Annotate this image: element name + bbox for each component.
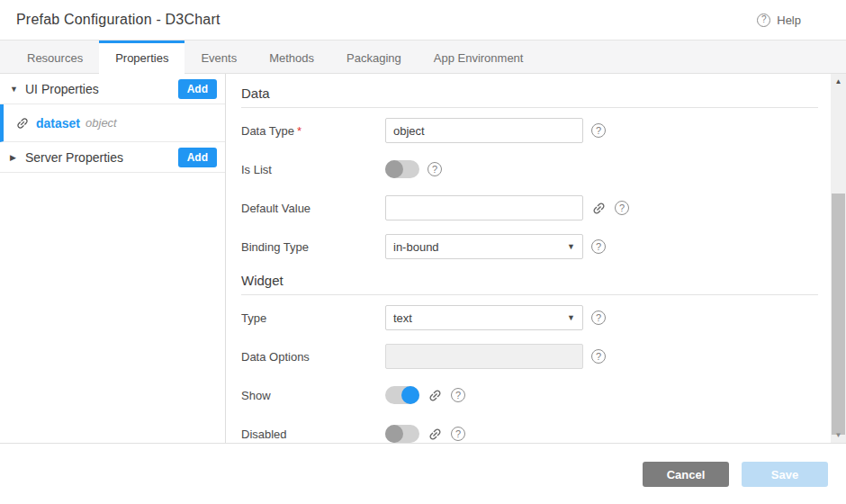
default-value-label: Default Value (241, 202, 385, 215)
help-label: Help (777, 14, 801, 27)
tab-app-environment[interactable]: App Environment (418, 40, 540, 73)
dialog-footer: Cancel Save (0, 443, 846, 504)
show-toggle[interactable] (385, 386, 419, 404)
property-name: dataset (36, 116, 80, 130)
server-properties-group-header[interactable]: ▶ Server Properties Add (0, 142, 225, 173)
tab-bar: Resources Properties Events Methods Pack… (0, 40, 846, 74)
toggle-knob (385, 160, 403, 178)
question-icon: ? (615, 201, 629, 215)
tab-packaging[interactable]: Packaging (330, 40, 418, 73)
save-button[interactable]: Save (742, 462, 828, 487)
cancel-button[interactable]: Cancel (643, 462, 729, 487)
disabled-help-icon[interactable]: ? (451, 427, 465, 441)
scrollbar-thumb[interactable] (832, 194, 845, 435)
property-item-dataset[interactable]: dataset object (0, 104, 225, 142)
tab-events[interactable]: Events (184, 40, 253, 73)
help-button[interactable]: ? Help (757, 14, 801, 27)
default-value-bind-icon[interactable] (588, 197, 609, 219)
show-label: Show (241, 389, 385, 402)
field-row-widget-type: Type text ▼ ? (241, 305, 818, 330)
binding-type-value: in-bound (393, 240, 439, 254)
field-row-data-type: Data Type* ? (241, 118, 818, 143)
field-row-default-value: Default Value ? (241, 195, 818, 220)
binding-type-label: Binding Type (241, 240, 385, 254)
field-row-is-list: Is List ? (241, 157, 818, 182)
help-question-icon: ? (757, 14, 770, 27)
question-icon: ? (428, 162, 442, 176)
bind-link-icon (13, 112, 33, 133)
tab-properties[interactable]: Properties (99, 40, 184, 73)
scroll-down-icon[interactable]: ▼ (831, 430, 846, 441)
toggle-knob (401, 386, 419, 404)
is-list-label: Is List (241, 163, 385, 176)
server-properties-label: Server Properties (25, 150, 123, 165)
property-type: object (86, 116, 117, 130)
tab-resources[interactable]: Resources (11, 40, 99, 73)
question-icon: ? (591, 123, 606, 138)
widget-type-help-icon[interactable]: ? (591, 310, 606, 325)
widget-type-value: text (393, 311, 412, 325)
question-icon: ? (591, 310, 606, 325)
dialog-body: ▼ UI Properties Add dataset object ▶ Ser… (0, 74, 846, 443)
is-list-help-icon[interactable]: ? (428, 162, 442, 176)
ui-properties-label: UI Properties (25, 82, 99, 96)
default-value-help-icon[interactable]: ? (615, 201, 629, 215)
data-type-label-text: Data Type (241, 124, 294, 138)
properties-sidebar: ▼ UI Properties Add dataset object ▶ Ser… (0, 74, 226, 443)
data-type-label: Data Type* (241, 124, 385, 138)
required-asterisk: * (297, 124, 302, 138)
tab-methods[interactable]: Methods (253, 40, 330, 73)
toggle-knob (385, 425, 403, 443)
property-form-panel: Data Data Type* ? Is List ? Default Valu… (226, 74, 831, 443)
section-title-data: Data (241, 86, 818, 108)
section-title-widget: Widget (241, 273, 818, 295)
caret-down-icon: ▼ (567, 313, 575, 322)
field-row-data-options: Data Options ? (241, 344, 818, 369)
data-options-input (385, 344, 583, 369)
show-help-icon[interactable]: ? (451, 388, 465, 402)
disabled-toggle[interactable] (385, 425, 419, 443)
data-options-label: Data Options (241, 350, 385, 364)
ui-properties-group-header[interactable]: ▼ UI Properties Add (0, 74, 225, 104)
add-server-property-button[interactable]: Add (178, 148, 217, 167)
binding-type-help-icon[interactable]: ? (591, 239, 606, 254)
caret-down-icon: ▼ (567, 242, 575, 251)
question-icon: ? (451, 427, 465, 441)
data-type-input[interactable] (385, 118, 583, 143)
show-bind-icon[interactable] (424, 384, 446, 406)
data-options-help-icon[interactable]: ? (591, 349, 606, 364)
field-row-disabled: Disabled ? (241, 421, 818, 443)
widget-type-select[interactable]: text ▼ (385, 305, 583, 330)
question-icon: ? (591, 239, 606, 254)
caret-right-icon: ▶ (10, 153, 21, 162)
widget-type-label: Type (241, 311, 385, 325)
data-type-help-icon[interactable]: ? (591, 123, 606, 138)
is-list-toggle[interactable] (385, 160, 419, 178)
dialog-header: Prefab Configuration - D3Chart ? Help (0, 0, 846, 40)
add-ui-property-button[interactable]: Add (178, 79, 217, 99)
question-icon: ? (451, 388, 465, 402)
prefab-configuration-dialog: Prefab Configuration - D3Chart ? Help Re… (0, 0, 846, 504)
field-row-binding-type: Binding Type in-bound ▼ ? (241, 234, 818, 259)
binding-type-select[interactable]: in-bound ▼ (385, 234, 583, 259)
page-title: Prefab Configuration - D3Chart (16, 12, 220, 28)
disabled-bind-icon[interactable] (424, 423, 446, 443)
question-icon: ? (591, 349, 606, 364)
disabled-label: Disabled (241, 428, 385, 441)
default-value-input[interactable] (385, 195, 583, 220)
field-row-show: Show ? (241, 382, 818, 408)
caret-down-icon: ▼ (10, 85, 21, 94)
vertical-scrollbar[interactable]: ▲ ▼ (831, 74, 846, 443)
scroll-up-icon[interactable]: ▲ (831, 76, 846, 87)
